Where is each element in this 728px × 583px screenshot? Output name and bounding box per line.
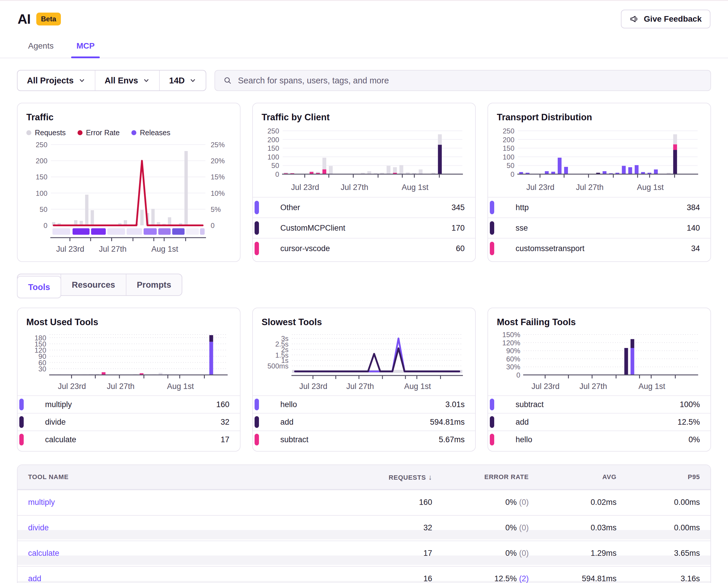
avg-cell: 594.81ms	[529, 574, 617, 583]
svg-text:3s: 3s	[281, 334, 288, 343]
legend-requests: Requests	[26, 128, 66, 137]
error-rate-cell: 0%(0)	[432, 549, 529, 558]
search-input[interactable]	[238, 76, 702, 85]
tab-mcp[interactable]: MCP	[75, 36, 96, 58]
avg-cell: 1.29ms	[529, 549, 617, 558]
tab-agents[interactable]: Agents	[27, 36, 55, 58]
series-label: add	[516, 417, 529, 427]
list-item-customssetransport[interactable]: customssetransport 34	[488, 238, 710, 258]
most-used-tools-chart: 306090120150180Jul 23rdJul 27thAug 1st	[26, 332, 231, 391]
series-label: multiply	[45, 400, 72, 409]
list-item-subtract[interactable]: subtract 100%	[488, 396, 710, 413]
list-item-hello[interactable]: hello 0%	[488, 431, 710, 448]
avg-cell: 0.03ms	[529, 523, 617, 532]
error-count: (0)	[519, 549, 529, 558]
svg-text:Jul 23rd: Jul 23rd	[56, 245, 84, 253]
list-item-add[interactable]: add 594.81ms	[253, 413, 475, 431]
overview-charts-row: Traffic Requests Error Rate Releases	[17, 103, 711, 262]
give-feedback-button[interactable]: Give Feedback	[621, 10, 710, 28]
most-used-list: multiply 160 divide 32 calculate 17	[18, 396, 240, 451]
series-value: 60	[456, 244, 465, 253]
column-header-avg[interactable]: AVG	[529, 473, 617, 481]
card-traffic: Traffic Requests Error Rate Releases	[17, 103, 240, 262]
transport-distribution-title: Transport Distribution	[497, 112, 702, 123]
series-label: Other	[280, 203, 300, 212]
series-value: 34	[691, 244, 700, 253]
search-bar[interactable]	[214, 70, 711, 91]
mcp-dashboard-page: AI Beta Give Feedback Agents MCP All Pro…	[0, 0, 728, 583]
table-row-divide: divide 32 0%(0) 0.03ms 0.00ms	[18, 515, 710, 540]
column-header-error-rate[interactable]: ERROR RATE	[432, 473, 529, 481]
error-rate-cell: 12.5%(2)	[432, 574, 529, 583]
series-label: cursor-vscode	[280, 244, 330, 253]
list-item-multiply[interactable]: multiply 160	[18, 396, 240, 413]
svg-text:0: 0	[511, 170, 514, 178]
svg-text:150: 150	[36, 173, 47, 181]
series-color-chip	[255, 399, 259, 410]
legend-releases: Releases	[131, 128, 170, 137]
tab-resources[interactable]: Resources	[60, 274, 126, 295]
series-label: subtract	[516, 400, 544, 409]
date-range-dropdown[interactable]: 14D	[159, 71, 206, 91]
svg-text:Jul 27th: Jul 27th	[346, 382, 374, 391]
column-header-requests[interactable]: REQUESTS↓	[341, 473, 432, 481]
p95-cell: 3.16s	[617, 574, 700, 583]
list-item-custommcpclient[interactable]: CustomMCPClient 170	[253, 218, 475, 238]
svg-text:Jul 23rd: Jul 23rd	[299, 382, 328, 391]
tool-link-multiply[interactable]: multiply	[28, 498, 55, 507]
most-failing-list: subtract 100% add 12.5% hello 0%	[488, 396, 710, 451]
svg-text:250: 250	[267, 127, 279, 135]
list-item-sse[interactable]: sse 140	[488, 218, 710, 238]
list-item-subtract[interactable]: subtract 5.67ms	[253, 431, 475, 448]
svg-text:200: 200	[36, 157, 47, 165]
traffic-card-title: Traffic	[26, 112, 231, 123]
list-item-other[interactable]: Other 345	[253, 197, 475, 218]
list-item-add[interactable]: add 12.5%	[488, 413, 710, 431]
list-item-calculate[interactable]: calculate 17	[18, 431, 240, 448]
legend-error-rate: Error Rate	[78, 128, 120, 137]
svg-text:20%: 20%	[211, 157, 225, 165]
svg-text:0: 0	[44, 222, 47, 229]
env-filter-dropdown[interactable]: All Envs	[95, 71, 159, 91]
chevron-down-icon	[143, 77, 150, 84]
tools-table: TOOL NAME REQUESTS↓ ERROR RATE AVG P95 m…	[17, 464, 711, 583]
tools-charts-row: Most Used Tools 306090120150180Jul 23rdJ…	[17, 308, 711, 452]
svg-text:50: 50	[40, 205, 47, 213]
svg-text:0: 0	[275, 170, 279, 178]
svg-text:Aug 1st: Aug 1st	[404, 382, 431, 391]
tool-link-divide[interactable]: divide	[28, 523, 49, 532]
slowest-list: hello 3.01s add 594.81ms subtract 5.67ms	[253, 396, 475, 451]
megaphone-icon	[630, 14, 639, 24]
series-value: 160	[216, 400, 229, 409]
series-value: 5.67ms	[439, 435, 465, 444]
column-header-tool-name[interactable]: TOOL NAME	[28, 473, 341, 481]
svg-text:250: 250	[36, 141, 47, 149]
column-header-p95[interactable]: P95	[617, 473, 700, 481]
series-value: 12.5%	[677, 417, 700, 427]
avg-cell: 0.02ms	[529, 498, 617, 507]
svg-text:120%: 120%	[502, 339, 520, 347]
svg-text:0: 0	[211, 222, 214, 229]
traffic-by-client-chart: 050100150200250Jul 23rdJul 27thAug 1st	[262, 127, 466, 193]
tab-prompts[interactable]: Prompts	[126, 274, 182, 295]
series-color-chip	[490, 399, 494, 410]
series-value: 384	[687, 203, 700, 212]
list-item-http[interactable]: http 384	[488, 197, 710, 218]
tool-link-calculate[interactable]: calculate	[28, 549, 59, 558]
page-header: AI Beta Give Feedback	[0, 1, 728, 28]
series-color-chip	[255, 416, 259, 428]
svg-text:50: 50	[271, 161, 279, 170]
svg-text:Jul 27th: Jul 27th	[341, 183, 368, 192]
series-value: 0%	[688, 435, 700, 444]
list-item-hello[interactable]: hello 3.01s	[253, 396, 475, 413]
project-filter-dropdown[interactable]: All Projects	[18, 71, 95, 91]
svg-text:150%: 150%	[502, 332, 520, 339]
series-color-chip	[19, 434, 24, 446]
tool-link-add[interactable]: add	[28, 574, 41, 583]
slowest-tools-title: Slowest Tools	[262, 317, 466, 328]
list-item-divide[interactable]: divide 32	[18, 413, 240, 431]
series-label: hello	[280, 400, 297, 409]
list-item-cursor-vscode[interactable]: cursor-vscode 60	[253, 238, 475, 258]
tab-tools[interactable]: Tools	[17, 276, 61, 298]
series-label: subtract	[280, 435, 308, 444]
